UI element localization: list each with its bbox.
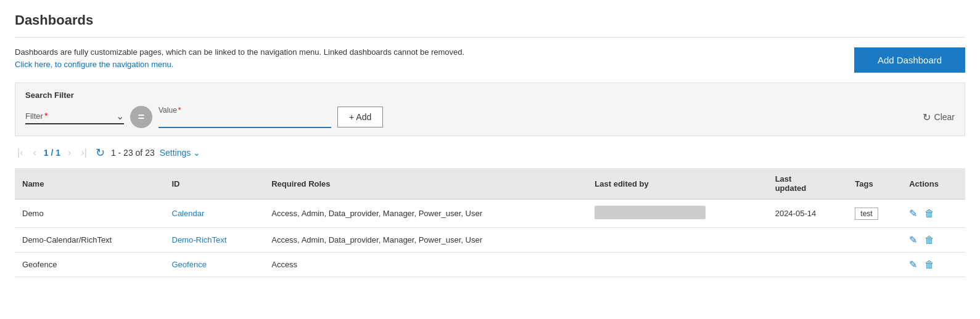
delete-icon[interactable]: 🗑: [924, 259, 934, 270]
cell-id[interactable]: Calendar: [165, 200, 265, 228]
refresh-icon: ↻: [923, 111, 931, 123]
tag-badge: test: [855, 208, 878, 220]
col-header-tags: Tags: [847, 168, 902, 200]
cell-last-updated: 2024-05-14: [768, 200, 848, 228]
col-header-actions: Actions: [902, 168, 965, 200]
value-input[interactable]: [159, 115, 331, 127]
cell-name: Geofence: [15, 252, 165, 277]
cell-actions: ✎🗑: [902, 228, 965, 252]
col-header-last-updated: Lastupdated: [768, 168, 848, 200]
add-dashboard-button[interactable]: Add Dashboard: [854, 47, 965, 73]
cell-last-edited-by: [587, 228, 767, 252]
nav-menu-link[interactable]: Click here, to configure the navigation …: [15, 60, 173, 69]
description-text: Dashboards are fully customizable pages,…: [15, 47, 464, 57]
cell-tags: [847, 252, 902, 277]
equals-operator: =: [130, 106, 152, 128]
clear-filter-button[interactable]: ↻ Clear: [923, 111, 955, 123]
cell-id[interactable]: Geofence: [165, 252, 265, 277]
cell-last-updated: [768, 252, 848, 277]
cell-actions: ✎🗑: [902, 200, 965, 228]
action-icons-wrap: ✎🗑: [909, 259, 958, 270]
delete-icon[interactable]: 🗑: [924, 208, 934, 219]
filter-row: Filter * ⌄ = Value* + Add ↻ Clear: [25, 106, 955, 128]
last-page-button[interactable]: ›|: [78, 146, 89, 160]
settings-chevron-icon: ⌄: [193, 148, 200, 158]
clear-button-label: Clear: [934, 112, 955, 122]
filter-required-mark: *: [44, 111, 47, 121]
value-input-wrap: Value*: [159, 106, 331, 128]
search-filter-label: Search Filter: [25, 91, 955, 100]
cell-actions: ✎🗑: [902, 252, 965, 277]
table-row: Demo-Calendar/RichTextDemo-RichTextAcces…: [15, 228, 965, 252]
cell-last-updated: [768, 228, 848, 252]
table-header-row: Name ID Required Roles Last edited by La…: [15, 168, 965, 200]
cell-required-roles: Access, Admin, Data_provider, Manager, P…: [264, 228, 587, 252]
cell-id[interactable]: Demo-RichText: [165, 228, 265, 252]
cell-name: Demo: [15, 200, 165, 228]
dashboards-table: Name ID Required Roles Last edited by La…: [15, 168, 965, 277]
delete-icon[interactable]: 🗑: [924, 235, 934, 246]
next-page-button[interactable]: ›: [65, 146, 73, 160]
cell-required-roles: Access, Admin, Data_provider, Manager, P…: [264, 200, 587, 228]
action-icons-wrap: ✎🗑: [909, 208, 958, 219]
blurred-user: [595, 206, 706, 219]
current-page: 1 / 1: [44, 148, 60, 158]
settings-label: Settings: [160, 148, 191, 158]
table-row: GeofenceGeofenceAccess✎🗑: [15, 252, 965, 277]
table-row: DemoCalendarAccess, Admin, Data_provider…: [15, 200, 965, 228]
col-header-last-edited-by: Last edited by: [587, 168, 767, 200]
filter-select-wrap[interactable]: Filter * ⌄: [25, 110, 124, 124]
prev-page-button[interactable]: ‹: [30, 146, 38, 160]
edit-icon[interactable]: ✎: [909, 208, 917, 219]
add-filter-button[interactable]: + Add: [337, 107, 383, 127]
filter-field-label: Filter: [25, 111, 43, 121]
refresh-button[interactable]: ↻: [94, 145, 106, 161]
col-header-required-roles: Required Roles: [264, 168, 587, 200]
cell-tags: test: [847, 200, 902, 228]
edit-icon[interactable]: ✎: [909, 234, 917, 246]
col-header-name: Name: [15, 168, 165, 200]
search-filter-section: Search Filter Filter * ⌄ = Value* + Add …: [15, 83, 965, 136]
col-header-id: ID: [165, 168, 265, 200]
page-count: 1 - 23 of 23: [111, 148, 155, 158]
cell-tags: [847, 228, 902, 252]
page-title: Dashboards: [15, 12, 965, 28]
action-icons-wrap: ✎🗑: [909, 234, 958, 246]
cell-required-roles: Access: [264, 252, 587, 277]
value-label: Value*: [159, 106, 331, 115]
cell-name: Demo-Calendar/RichText: [15, 228, 165, 252]
chevron-down-icon[interactable]: ⌄: [116, 110, 124, 122]
pagination-row: |‹ ‹ 1 / 1 › ›| ↻ 1 - 23 of 23 Settings …: [15, 145, 965, 161]
settings-button[interactable]: Settings ⌄: [160, 148, 201, 158]
cell-last-edited-by: [587, 200, 767, 228]
edit-icon[interactable]: ✎: [909, 259, 917, 270]
cell-last-edited-by: [587, 252, 767, 277]
first-page-button[interactable]: |‹: [15, 146, 25, 160]
